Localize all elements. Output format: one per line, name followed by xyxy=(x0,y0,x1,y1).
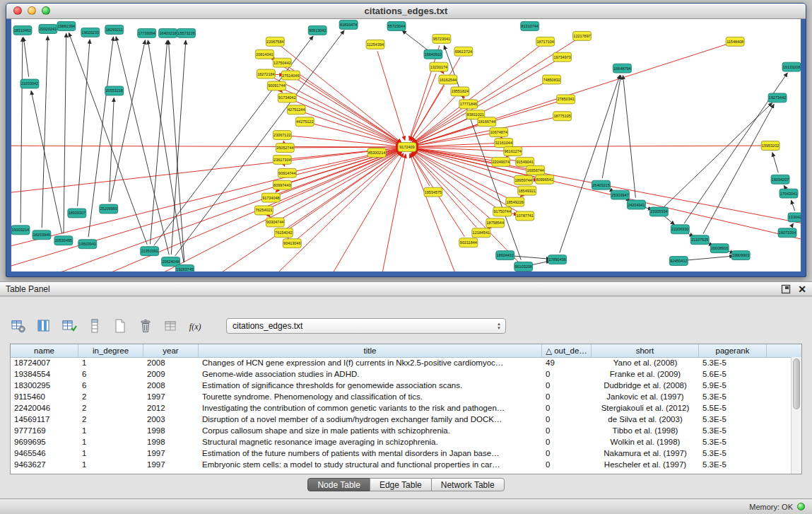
graph-edge[interactable] xyxy=(201,151,401,271)
graph-edge[interactable] xyxy=(325,153,404,271)
graph-edge[interactable] xyxy=(283,89,401,144)
cell-pagerank: 5.3E-5 xyxy=(699,460,767,469)
cell-in_degree: 1 xyxy=(78,438,143,446)
column-header-in_degree[interactable]: in_degree xyxy=(78,344,143,357)
table-row[interactable]: 1456911722003Disruption of a novel membe… xyxy=(11,414,791,425)
graph-node-label: 24204941 xyxy=(628,203,645,207)
graph-edge[interactable] xyxy=(11,148,400,249)
traffic-lights xyxy=(13,6,50,15)
graph-edge[interactable] xyxy=(31,90,62,233)
dropdown-arrows-icon: ▲▼ xyxy=(497,322,501,330)
graph-node-label: 69613724 xyxy=(455,49,472,54)
graph-edge[interactable] xyxy=(791,223,793,227)
graph-edge[interactable] xyxy=(602,75,620,178)
graph-edge[interactable] xyxy=(109,98,114,201)
function-builder-icon[interactable]: f(x) xyxy=(188,317,205,334)
graph-edge[interactable] xyxy=(402,30,428,50)
delete-table-icon[interactable] xyxy=(137,317,154,334)
table-row[interactable]: 2242004622012Investigating the contribut… xyxy=(11,402,791,414)
graph-edge[interactable] xyxy=(42,36,47,228)
column-header-title[interactable]: title xyxy=(199,344,542,357)
graph-edge[interactable] xyxy=(784,185,785,187)
column-header-out_degree[interactable]: △ out_de… xyxy=(542,344,592,357)
cell-short: Hescheler et al. (1997) xyxy=(592,460,699,469)
graph-edge[interactable] xyxy=(171,40,186,255)
graph-edge[interactable] xyxy=(297,79,401,144)
column-header-name[interactable]: name xyxy=(11,344,78,357)
graph-edge[interactable] xyxy=(20,37,23,223)
table-settings-icon[interactable] xyxy=(10,317,27,334)
graph-node-label: 81830474 xyxy=(340,23,357,27)
graph-edge[interactable] xyxy=(23,37,28,77)
graph-edge[interactable] xyxy=(116,37,169,255)
column-header-short[interactable]: short xyxy=(592,344,699,357)
row-height-icon[interactable] xyxy=(86,317,103,334)
graph-node-label: 90413046 xyxy=(283,241,300,245)
window-minimize-button[interactable] xyxy=(28,6,36,15)
graph-edge[interactable] xyxy=(78,40,90,206)
graph-edge[interactable] xyxy=(623,76,635,198)
graph-edge[interactable] xyxy=(64,33,66,233)
table-row[interactable]: 1872400712008Changes of HCN gene express… xyxy=(11,357,791,368)
tab-network-table[interactable]: Network Table xyxy=(431,478,505,491)
table-row[interactable]: 977716911998Corpus callosum shape and si… xyxy=(11,425,791,436)
graph-edge[interactable] xyxy=(703,104,774,233)
graph-edge[interactable] xyxy=(414,146,763,147)
graph-edge[interactable] xyxy=(303,112,401,144)
window-zoom-button[interactable] xyxy=(42,6,50,15)
network-view[interactable]: 1831046220020241198823941902023318293211… xyxy=(11,19,801,271)
table-scrollbar[interactable] xyxy=(791,357,801,474)
graph-edge[interactable] xyxy=(413,151,490,218)
import-table-disabled-icon[interactable] xyxy=(163,317,180,334)
table-source-dropdown[interactable]: citations_edges.txt ▲▼ xyxy=(226,318,506,334)
graph-edge[interactable] xyxy=(175,30,345,256)
float-panel-icon[interactable] xyxy=(781,284,791,294)
graph-edge[interactable] xyxy=(281,91,283,93)
graph-edge[interactable] xyxy=(11,146,400,147)
graph-edge[interactable] xyxy=(791,200,794,211)
window-titlebar[interactable]: citations_edges.txt xyxy=(6,4,806,19)
table-row[interactable]: 969969511998Structural magnetic resonanc… xyxy=(11,436,791,448)
scrollbar-thumb[interactable] xyxy=(793,358,800,409)
graph-node-label: 9172409 xyxy=(399,145,414,149)
tab-edge-table[interactable]: Edge Table xyxy=(370,478,432,491)
graph-node-label: 92450412 xyxy=(670,259,687,263)
column-header-year[interactable]: year xyxy=(143,344,199,357)
graph-edge[interactable] xyxy=(686,256,734,260)
graph-edge[interactable] xyxy=(464,98,464,98)
graph-edge[interactable] xyxy=(520,195,522,197)
tab-node-table[interactable]: Node Table xyxy=(307,478,370,491)
graph-edge[interactable] xyxy=(269,216,270,217)
graph-edge[interactable] xyxy=(413,151,496,208)
graph-node-label: 21350391 xyxy=(141,249,158,253)
table-row[interactable]: 1830029562008Estimation of significance … xyxy=(11,380,791,391)
graph-node-label: 18939307 xyxy=(69,211,86,215)
window-close-button[interactable] xyxy=(13,6,22,15)
column-header-pagerank[interactable]: pagerank xyxy=(699,344,767,357)
graph-edge[interactable] xyxy=(168,40,184,262)
cell-year: 1998 xyxy=(143,438,199,446)
graph-edge[interactable] xyxy=(530,261,550,265)
graph-edge[interactable] xyxy=(664,216,675,225)
import-table-icon[interactable] xyxy=(61,317,78,334)
graph-edge[interactable] xyxy=(281,151,401,219)
tab-bar: Node TableEdge TableNetwork Table xyxy=(0,478,812,491)
show-columns-icon[interactable] xyxy=(35,317,52,334)
cell-title: Corpus callosum shape and size in male p… xyxy=(199,426,542,435)
table-row[interactable]: 946362711997Embryonic stem cells: a mode… xyxy=(11,459,791,470)
cell-pagerank: 5.3E-5 xyxy=(699,438,767,446)
close-panel-icon[interactable]: ✕ xyxy=(798,284,806,294)
graph-edge[interactable] xyxy=(772,153,778,173)
graph-edge[interactable] xyxy=(443,73,444,74)
graph-edge[interactable] xyxy=(412,153,477,228)
graph-edge[interactable] xyxy=(276,190,278,192)
table-row[interactable]: 1938455462009Genome-wide association stu… xyxy=(11,368,791,380)
graph-edge[interactable] xyxy=(414,148,801,243)
graph-node-label: 76254021 xyxy=(255,208,272,212)
graph-edge[interactable] xyxy=(281,46,401,143)
create-table-icon[interactable] xyxy=(112,317,129,334)
table-row[interactable]: 911546021997Tourette syndrome. Phenomeno… xyxy=(11,391,791,402)
table-row[interactable]: 946554611997Estimation of the future num… xyxy=(11,448,791,459)
graph-edge[interactable] xyxy=(32,149,400,271)
graph-edge[interactable] xyxy=(512,256,551,259)
